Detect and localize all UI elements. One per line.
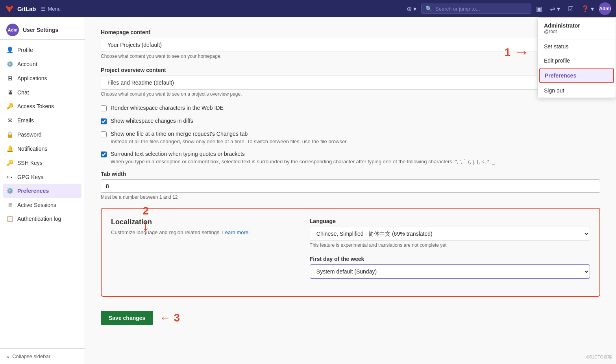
tab-width-input[interactable] xyxy=(101,179,600,193)
sidebar-item-ssh-keys[interactable]: 🔑SSH Keys xyxy=(0,156,85,170)
sidebar-label-authentication-log: Authentication log xyxy=(17,216,61,222)
sidebar-title: User Settings xyxy=(23,27,58,33)
preferences-icon: ⚙️ xyxy=(6,187,13,194)
sidebar-label-applications: Applications xyxy=(17,75,47,81)
profile-icon: 👤 xyxy=(6,46,13,54)
ssh-keys-icon: 🔑 xyxy=(6,159,13,166)
project-overview-select[interactable]: Files and Readme (default) xyxy=(101,76,600,90)
topnav-icons: ⊕ ▾ 🔍 ▣ ⇌ ▾ ☑ ❓ ▾ Admi xyxy=(403,2,611,15)
watermark: ©51CTO博客 xyxy=(586,354,612,360)
sidebar-label-profile: Profile xyxy=(17,47,33,53)
sidebar-label-password: Password xyxy=(17,131,41,138)
checkbox-show-whitespace[interactable] xyxy=(101,118,107,124)
checkbox-group-one-file: Show one file at a time on merge request… xyxy=(101,131,600,144)
collapse-sidebar-button[interactable]: « Collapse sidebar xyxy=(0,348,85,364)
tab-width-hint: Must be a number between 1 and 12 xyxy=(101,194,600,200)
sidebar-label-chat: Chat xyxy=(17,89,29,96)
emails-icon: ✉ xyxy=(6,117,13,124)
localization-left: Localization Customize language and regi… xyxy=(111,218,298,286)
language-label: Language xyxy=(310,218,590,224)
sidebar-item-notifications[interactable]: 🔔Notifications xyxy=(0,142,85,156)
checkbox-group-render-whitespace: Render whitespace characters in the Web … xyxy=(101,105,600,111)
tab-width-label: Tab width xyxy=(101,171,600,177)
sidebar-label-access-tokens: Access Tokens xyxy=(17,103,54,109)
sidebar-label-account: Account xyxy=(17,61,37,67)
sidebar-item-gpg-keys[interactable]: 🗝GPG Keys xyxy=(0,170,85,184)
active-sessions-icon: 🖥 xyxy=(6,201,13,208)
homepage-content-hint: Choose what content you want to see on y… xyxy=(101,54,600,59)
checkbox-one-file[interactable] xyxy=(101,131,107,137)
save-button[interactable]: Save changes xyxy=(101,311,153,325)
dropdown-menu: Administrator @root Set statusEdit profi… xyxy=(537,17,616,98)
sidebar-item-authentication-log[interactable]: 📋Authentication log xyxy=(0,212,85,226)
menu-button[interactable]: ☰ Menu xyxy=(41,6,61,12)
checkbox-label-surround-text[interactable]: Surround text selection when typing quot… xyxy=(111,151,496,164)
sidebar-item-password[interactable]: 🔒Password xyxy=(0,127,85,142)
sidebar-nav: 👤Profile⚙️Account⊞Applications🖥Chat🔑Acce… xyxy=(0,40,85,348)
avatar[interactable]: Admi xyxy=(599,2,611,15)
app-logo[interactable]: GitLab xyxy=(5,4,36,13)
topnav: GitLab ☰ Menu ⊕ ▾ 🔍 ▣ ⇌ ▾ ☑ ❓ ▾ Admi xyxy=(0,0,616,17)
checkbox-render-whitespace[interactable] xyxy=(101,105,107,111)
checkbox-label-show-whitespace[interactable]: Show whitespace changes in diffs xyxy=(111,118,193,124)
dropdown-item-preferences[interactable]: Preferences xyxy=(539,68,614,83)
tab-width-group: Tab width Must be a number between 1 and… xyxy=(101,171,600,200)
project-overview-group: Project overview content Files and Readm… xyxy=(101,67,600,97)
dropdown-username: Administrator xyxy=(544,22,609,29)
localization-section: Localization Customize language and regi… xyxy=(101,208,600,297)
localization-right: Language Chinese, Simplified - 简体中文 (69%… xyxy=(310,218,590,286)
first-day-select[interactable]: System default (Sunday)MondaySaturdaySun… xyxy=(310,264,590,279)
access-tokens-icon: 🔑 xyxy=(6,103,13,110)
dropdown-item-edit-profile[interactable]: Edit profile xyxy=(538,54,616,68)
checkbox-surround-text[interactable] xyxy=(101,152,107,157)
sidebar-label-emails: Emails xyxy=(17,117,34,124)
applications-icon: ⊞ xyxy=(6,75,13,82)
dropdown-item-set-status[interactable]: Set status xyxy=(538,39,616,54)
authentication-log-icon: 📋 xyxy=(6,215,13,222)
merge-requests-icon[interactable]: ⇌ ▾ xyxy=(547,3,563,15)
checkbox-group-surround-text: Surround text selection when typing quot… xyxy=(101,151,600,164)
search-bar[interactable]: 🔍 xyxy=(421,4,531,14)
checkbox-label-one-file[interactable]: Show one file at a time on merge request… xyxy=(111,131,348,144)
sidebar-item-emails[interactable]: ✉Emails xyxy=(0,113,85,127)
learn-more-link[interactable]: Learn more xyxy=(222,229,248,235)
plus-icon[interactable]: ⊕ ▾ xyxy=(403,3,420,15)
sidebar-item-access-tokens[interactable]: 🔑Access Tokens xyxy=(0,99,85,113)
sidebar-label-preferences: Preferences xyxy=(17,188,49,194)
help-icon[interactable]: ❓ ▾ xyxy=(578,3,597,15)
sidebar-label-active-sessions: Active Sessions xyxy=(17,202,56,208)
sidebar-item-preferences[interactable]: ⚙️Preferences xyxy=(3,184,81,198)
password-icon: 🔒 xyxy=(6,131,13,138)
hamburger-icon: ☰ xyxy=(41,6,46,12)
save-area: Save changes ← 3 xyxy=(101,305,600,331)
sidebar-label-gpg-keys: GPG Keys xyxy=(17,174,43,180)
homepage-content-label: Homepage content xyxy=(101,29,600,35)
app-name: GitLab xyxy=(17,6,36,12)
checkbox-group-show-whitespace: Show whitespace changes in diffs xyxy=(101,118,600,124)
sidebar-item-chat[interactable]: 🖥Chat xyxy=(0,85,85,99)
homepage-content-group: Homepage content Your Projects (default)… xyxy=(101,29,600,59)
sidebar-item-profile[interactable]: 👤Profile xyxy=(0,43,85,57)
sidebar-item-applications[interactable]: ⊞Applications xyxy=(0,71,85,85)
todo-icon[interactable]: ☑ xyxy=(565,3,577,15)
homepage-content-select[interactable]: Your Projects (default) xyxy=(101,38,600,52)
localization-desc: Customize language and region related se… xyxy=(111,229,298,235)
sidebar-item-active-sessions[interactable]: 🖥Active Sessions xyxy=(0,198,85,212)
search-input[interactable] xyxy=(435,6,527,12)
language-select[interactable]: Chinese, Simplified - 简体中文 (69% translat… xyxy=(310,227,590,241)
checkbox-label-render-whitespace[interactable]: Render whitespace characters in the Web … xyxy=(111,105,224,111)
sidebar-label-ssh-keys: SSH Keys xyxy=(17,160,43,166)
dropdown-item-sign-out[interactable]: Sign out xyxy=(538,83,616,98)
checkboxes-container: Render whitespace characters in the Web … xyxy=(101,105,600,164)
language-group: Language Chinese, Simplified - 简体中文 (69%… xyxy=(310,218,590,248)
first-day-label: First day of the week xyxy=(310,256,590,262)
localization-title: Localization xyxy=(111,218,298,226)
sidebar-item-account[interactable]: ⚙️Account xyxy=(0,57,85,71)
chevron-left-icon: « xyxy=(6,353,9,359)
gpg-keys-icon: 🗝 xyxy=(6,174,13,180)
project-overview-hint: Choose what content you want to see on a… xyxy=(101,91,600,97)
issues-icon[interactable]: ▣ xyxy=(533,3,545,15)
search-icon: 🔍 xyxy=(425,6,432,12)
sidebar: Adm User Settings 👤Profile⚙️Account⊞Appl… xyxy=(0,17,85,364)
chat-icon: 🖥 xyxy=(6,89,13,96)
